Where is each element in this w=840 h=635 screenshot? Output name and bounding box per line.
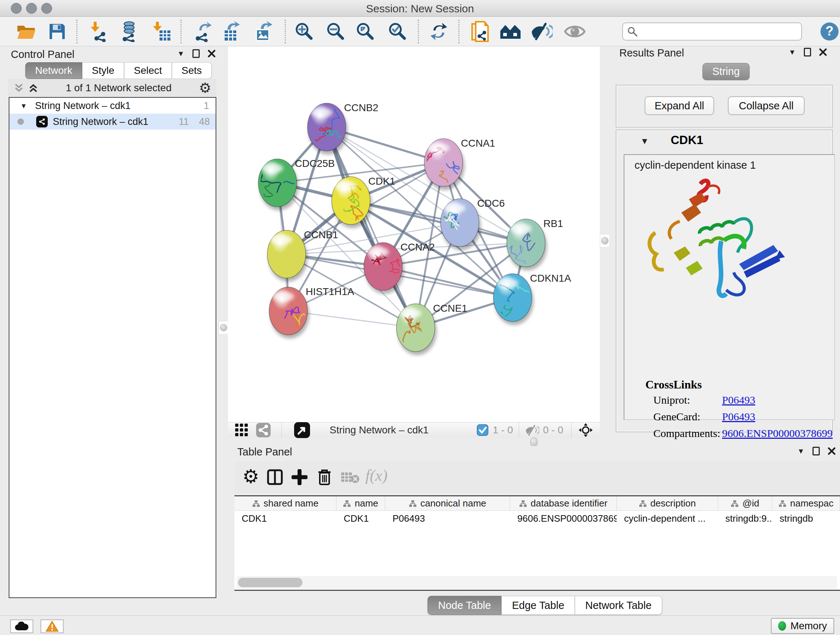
- collapse-all-button[interactable]: Collapse All: [728, 96, 805, 115]
- column-header[interactable]: canonical name: [385, 496, 510, 510]
- hidden-eye-icon[interactable]: [525, 424, 539, 436]
- selected-checkbox[interactable]: [477, 424, 488, 436]
- warning-button[interactable]: [41, 619, 64, 633]
- collection-count: 1: [204, 100, 209, 111]
- expand-all-button[interactable]: Expand All: [645, 96, 714, 115]
- gear-icon[interactable]: ⚙: [199, 80, 211, 96]
- float-panel-icon[interactable]: ▼: [789, 49, 796, 56]
- zoom-out-icon[interactable]: [324, 20, 347, 43]
- svg-text:CCNB2: CCNB2: [344, 102, 378, 113]
- tab-edge-table[interactable]: Edge Table: [501, 596, 575, 615]
- collapse-all-icon[interactable]: [14, 83, 24, 93]
- memory-label: Memory: [790, 620, 827, 632]
- collapse-collection-icon[interactable]: ▼: [20, 103, 27, 109]
- maximize-panel-icon[interactable]: [193, 49, 200, 58]
- maximize-panel-icon[interactable]: [804, 48, 811, 57]
- column-header[interactable]: name: [336, 496, 385, 510]
- column-header[interactable]: database identifier: [510, 496, 617, 510]
- protein-structure-image: [643, 175, 788, 306]
- tab-network[interactable]: Network: [25, 62, 82, 79]
- network-collection-row[interactable]: ▼ String Network – cdk1 1: [9, 98, 216, 114]
- hide-graphics-details-icon[interactable]: [531, 20, 554, 43]
- import-network-from-database-icon[interactable]: [117, 20, 141, 43]
- expand-all-icon[interactable]: [28, 83, 38, 93]
- bottom-splitter-handle[interactable]: [531, 437, 538, 447]
- float-panel-icon[interactable]: ▼: [177, 50, 185, 57]
- network-canvas[interactable]: CCNB2CCNA1CDC25BCDK1CDC6RB1CCNB1CCNA2CDK…: [228, 46, 600, 422]
- column-header[interactable]: description: [617, 496, 718, 510]
- main-toolbar: ?: [0, 17, 840, 46]
- delete-table-icon[interactable]: [341, 471, 360, 484]
- left-splitter-handle[interactable]: [218, 321, 229, 334]
- zoom-selected-icon[interactable]: [386, 20, 409, 43]
- refresh-icon[interactable]: [427, 20, 450, 43]
- export-table-icon[interactable]: [221, 20, 244, 43]
- zoom-fit-icon[interactable]: [354, 20, 377, 43]
- node-table[interactable]: shared namenamecanonical namedatabase id…: [234, 495, 840, 591]
- right-splitter-handle[interactable]: [600, 234, 610, 248]
- export-network-icon[interactable]: [191, 20, 214, 43]
- maximize-panel-icon[interactable]: [813, 447, 820, 455]
- float-panel-icon[interactable]: ▼: [797, 448, 805, 455]
- column-type-icon: [343, 500, 351, 507]
- collapse-gene-icon[interactable]: ▼: [640, 137, 649, 146]
- hidden-counts: 0 - 0: [543, 424, 563, 436]
- tab-sets[interactable]: Sets: [172, 62, 212, 79]
- import-table-icon[interactable]: [150, 20, 173, 43]
- network-view[interactable]: CCNB2CCNA1CDC25BCDK1CDC6RB1CCNB1CCNA2CDK…: [228, 46, 600, 437]
- column-type-icon: [731, 500, 739, 507]
- gene-section: ▼ CDK1 cyclin-dependent kinase 1: [616, 130, 833, 432]
- close-panel-icon[interactable]: [819, 48, 827, 56]
- crosslink-link[interactable]: P06493: [722, 394, 755, 406]
- columns-icon[interactable]: [267, 469, 283, 485]
- search-input[interactable]: [641, 26, 801, 38]
- column-type-icon: [778, 500, 786, 507]
- column-type-icon: [409, 500, 417, 507]
- function-icon[interactable]: f(x): [365, 466, 387, 485]
- tab-select[interactable]: Select: [124, 62, 172, 79]
- zoom-in-icon[interactable]: [293, 20, 316, 43]
- network-node-count: 11: [179, 116, 189, 127]
- column-header[interactable]: @id: [718, 496, 772, 510]
- crosslink-link[interactable]: 9606.ENSP00000378699: [722, 427, 833, 440]
- grid-view-icon[interactable]: [234, 422, 249, 438]
- status-bar: Memory: [0, 616, 840, 635]
- show-graphics-details-icon[interactable]: [563, 20, 586, 43]
- search-field[interactable]: [622, 22, 802, 41]
- share-document-icon[interactable]: [469, 20, 492, 43]
- export-image-icon[interactable]: [252, 20, 275, 43]
- home-icon[interactable]: [499, 20, 522, 43]
- toolbar-separator: [76, 19, 77, 43]
- open-session-icon[interactable]: [14, 20, 38, 43]
- save-session-icon[interactable]: [46, 20, 69, 43]
- toolbar-separator: [458, 19, 459, 43]
- column-header[interactable]: shared name: [234, 496, 336, 510]
- close-panel-icon[interactable]: [828, 447, 836, 455]
- network-row[interactable]: String Network – cdk1 11 48: [9, 114, 216, 130]
- memory-button[interactable]: Memory: [771, 618, 834, 634]
- birdseye-view-icon[interactable]: [294, 421, 311, 439]
- network-list: ▼ String Network – cdk1 1 String Network…: [9, 97, 216, 598]
- tab-style[interactable]: Style: [82, 62, 124, 79]
- tab-node-table[interactable]: Node Table: [428, 596, 501, 615]
- tab-string[interactable]: String: [703, 63, 750, 80]
- crosslink-link[interactable]: P06493: [722, 410, 755, 423]
- close-panel-icon[interactable]: [208, 50, 216, 57]
- collection-label: String Network – cdk1: [35, 100, 131, 111]
- crosshair-icon[interactable]: [578, 423, 593, 438]
- column-header[interactable]: namespac: [772, 496, 840, 510]
- gear-icon[interactable]: ⚙: [242, 466, 259, 487]
- crosslink-label: Uniprot:: [653, 394, 722, 406]
- share-view-icon[interactable]: [256, 422, 271, 438]
- horizontal-scrollbar[interactable]: [237, 576, 837, 589]
- help-icon[interactable]: ?: [818, 20, 840, 43]
- import-network-icon[interactable]: [87, 20, 110, 43]
- table-cell: cyclin-dependent ...: [617, 511, 718, 526]
- tab-network-table[interactable]: Network Table: [575, 596, 662, 615]
- cloud-button[interactable]: [10, 619, 33, 633]
- svg-text:CCNE1: CCNE1: [433, 302, 467, 314]
- add-column-icon[interactable]: [292, 469, 308, 485]
- delete-icon[interactable]: [317, 469, 332, 486]
- table-row[interactable]: CDK1CDK1P064939606.ENSP00000378699cyclin…: [234, 511, 840, 526]
- scrollbar-thumb[interactable]: [238, 578, 302, 587]
